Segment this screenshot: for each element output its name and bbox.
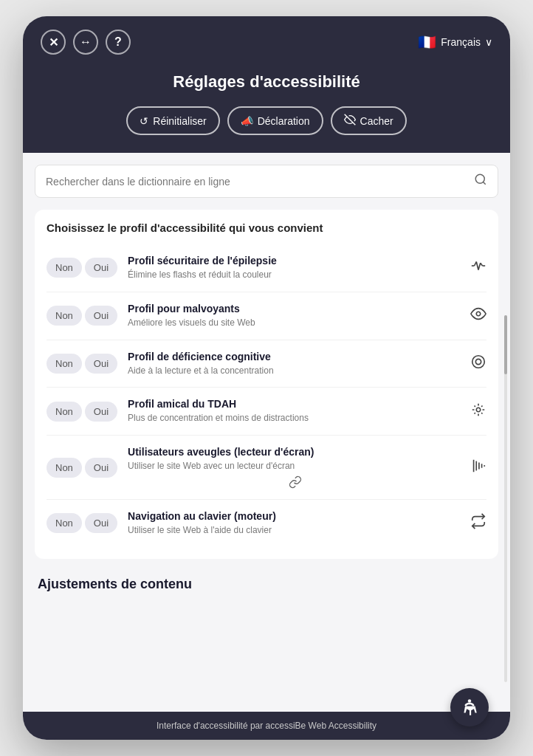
toggle-group-lowvision: Non Oui bbox=[47, 306, 117, 326]
epilepsy-icon bbox=[470, 258, 486, 278]
svg-point-1 bbox=[475, 174, 484, 183]
declaration-button[interactable]: 📣 Déclaration bbox=[227, 106, 323, 135]
profile-desc-blind: Utiliser le site Web avec un lecteur d'é… bbox=[128, 460, 463, 472]
toggle-group-cognitive: Non Oui bbox=[47, 354, 117, 374]
scrollbar-thumb[interactable] bbox=[504, 315, 507, 374]
hide-icon bbox=[344, 114, 356, 128]
close-button[interactable]: ✕ bbox=[41, 30, 66, 55]
toggle-oui-blind[interactable]: Oui bbox=[85, 458, 117, 478]
scrollbar-track[interactable] bbox=[504, 315, 507, 682]
toggle-oui-epilepsy[interactable]: Oui bbox=[85, 258, 117, 278]
toggle-non-epilepsy[interactable]: Non bbox=[47, 258, 82, 278]
search-input[interactable] bbox=[46, 176, 474, 188]
cognitive-icon bbox=[470, 354, 486, 374]
content-area[interactable]: Choisissez le profil d'accessibilité qui… bbox=[23, 153, 510, 712]
reset-label: Réinitialiser bbox=[153, 115, 206, 127]
adjustments-title: Ajustements de contenu bbox=[38, 571, 498, 601]
help-button[interactable]: ? bbox=[106, 30, 131, 55]
screen-reader-icon bbox=[470, 458, 486, 478]
search-icon bbox=[474, 173, 487, 190]
declaration-icon: 📣 bbox=[241, 115, 253, 127]
profiles-section: Choisissez le profil d'accessibilité qui… bbox=[35, 210, 498, 559]
profiles-section-title: Choisissez le profil d'accessibilité qui… bbox=[47, 221, 486, 234]
profile-info-blind: Utilisateurs aveugles (lecteur d'écran) … bbox=[128, 446, 463, 489]
toggle-oui-cognitive[interactable]: Oui bbox=[85, 354, 117, 374]
profile-name-adhd: Profil amical du TDAH bbox=[128, 398, 463, 410]
profile-name-keyboard: Navigation au clavier (moteur) bbox=[128, 510, 463, 522]
profile-item-adhd: Non Oui Profil amical du TDAH Plus de co… bbox=[47, 388, 486, 436]
toggle-non-adhd[interactable]: Non bbox=[47, 402, 82, 422]
svg-line-7 bbox=[481, 264, 483, 267]
chevron-down-icon: ∨ bbox=[485, 36, 492, 48]
page-title: Réglages d'accessibilité bbox=[41, 72, 492, 92]
profile-desc-keyboard: Utiliser le site Web à l'aide du clavier bbox=[128, 524, 463, 537]
svg-line-2 bbox=[483, 182, 485, 184]
svg-point-12 bbox=[476, 408, 481, 412]
profile-desc-lowvision: Améliore les visuels du site Web bbox=[128, 317, 463, 329]
svg-line-5 bbox=[476, 262, 478, 270]
keyboard-icon bbox=[470, 513, 486, 533]
toggle-non-keyboard[interactable]: Non bbox=[47, 513, 82, 533]
profile-item-epilepsy: Non Oui Profil sécuritaire de l'épilepsi… bbox=[47, 244, 486, 292]
toggle-group-epilepsy: Non Oui bbox=[47, 258, 117, 278]
back-button[interactable]: ↔ bbox=[73, 30, 98, 55]
language-label: Français bbox=[441, 36, 481, 48]
toggle-non-cognitive[interactable]: Non bbox=[47, 354, 82, 374]
footer: Interface d'accessibilité par accessiBe … bbox=[23, 712, 510, 740]
focus-icon bbox=[470, 402, 486, 422]
svg-point-10 bbox=[472, 356, 485, 368]
toggle-non-blind[interactable]: Non bbox=[47, 458, 82, 478]
hide-label: Cacher bbox=[360, 115, 393, 127]
profile-item-keyboard: Non Oui Navigation au clavier (moteur) U… bbox=[47, 500, 486, 547]
hide-button[interactable]: Cacher bbox=[331, 106, 407, 135]
toggle-oui-adhd[interactable]: Oui bbox=[85, 402, 117, 422]
profile-name-cognitive: Profil de déficience cognitive bbox=[128, 351, 463, 362]
toggle-oui-lowvision[interactable]: Oui bbox=[85, 306, 117, 326]
action-buttons-bar: ↺ Réinitialiser 📣 Déclaration Cacher bbox=[23, 106, 510, 153]
profile-info-keyboard: Navigation au clavier (moteur) Utiliser … bbox=[128, 510, 463, 537]
accessibility-fab[interactable] bbox=[450, 688, 489, 726]
profile-item-lowvision: Non Oui Profil pour malvoyants Améliore … bbox=[47, 292, 486, 340]
toggle-non-lowvision[interactable]: Non bbox=[47, 306, 82, 326]
language-selector[interactable]: 🇫🇷 Français ∨ bbox=[418, 33, 492, 51]
svg-line-6 bbox=[478, 264, 481, 270]
eye-icon bbox=[470, 306, 486, 326]
profile-info-lowvision: Profil pour malvoyants Améliore les visu… bbox=[128, 303, 463, 329]
profile-desc-adhd: Plus de concentration et moins de distra… bbox=[128, 412, 463, 425]
profile-info-epilepsy: Profil sécuritaire de l'épilepsie Élimin… bbox=[128, 255, 463, 281]
profile-name-blind: Utilisateurs aveugles (lecteur d'écran) bbox=[128, 446, 463, 458]
header: ✕ ↔ ? 🇫🇷 Français ∨ bbox=[23, 16, 510, 65]
link-icon bbox=[128, 475, 463, 489]
profile-item-blind: Non Oui Utilisateurs aveugles (lecteur d… bbox=[47, 436, 486, 500]
profile-info-adhd: Profil amical du TDAH Plus de concentrat… bbox=[128, 398, 463, 425]
profile-name-lowvision: Profil pour malvoyants bbox=[128, 303, 463, 315]
declaration-label: Déclaration bbox=[258, 115, 310, 127]
flag-icon: 🇫🇷 bbox=[418, 33, 436, 51]
profile-name-epilepsy: Profil sécuritaire de l'épilepsie bbox=[128, 255, 463, 267]
svg-point-18 bbox=[468, 699, 471, 702]
search-bar bbox=[35, 165, 498, 198]
svg-point-11 bbox=[475, 359, 481, 364]
profile-desc-epilepsy: Élimine les flashs et réduit la couleur bbox=[128, 269, 463, 281]
footer-text: Interface d'accessibilité par accessiBe … bbox=[157, 721, 376, 731]
toggle-group-keyboard: Non Oui bbox=[47, 513, 117, 533]
profile-item-cognitive: Non Oui Profil de déficience cognitive A… bbox=[47, 340, 486, 388]
header-left: ✕ ↔ ? bbox=[41, 30, 131, 55]
toggle-group-adhd: Non Oui bbox=[47, 402, 117, 422]
reset-button[interactable]: ↺ Réinitialiser bbox=[126, 106, 219, 135]
svg-point-9 bbox=[476, 312, 481, 316]
toggle-group-blind: Non Oui bbox=[47, 458, 117, 478]
toggle-oui-keyboard[interactable]: Oui bbox=[85, 513, 117, 533]
app-container: ✕ ↔ ? 🇫🇷 Français ∨ Réglages d'accessibi… bbox=[23, 16, 510, 740]
profile-desc-cognitive: Aide à la lecture et à la concentration bbox=[128, 365, 463, 377]
profile-info-cognitive: Profil de déficience cognitive Aide à la… bbox=[128, 351, 463, 377]
title-section: Réglages d'accessibilité bbox=[23, 65, 510, 106]
reset-icon: ↺ bbox=[140, 115, 148, 127]
